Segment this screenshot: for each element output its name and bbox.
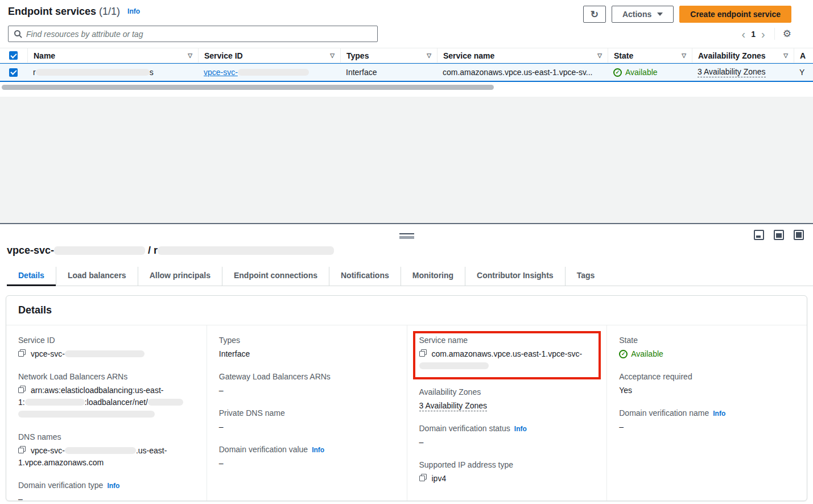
info-link[interactable]: Info: [107, 482, 119, 490]
field-value: –: [619, 421, 795, 433]
field-label: Types: [219, 336, 395, 345]
availability-zones-link[interactable]: 3 Availability Zones: [698, 67, 766, 77]
field-value: ipv4: [432, 474, 447, 483]
field-value: Interface: [219, 348, 395, 360]
panel-title-prefix: vpce-svc-: [7, 245, 54, 256]
tab-notifications[interactable]: Notifications: [329, 267, 401, 286]
horizontal-scrollbar[interactable]: [2, 85, 494, 90]
sort-icon[interactable]: ▽: [597, 52, 602, 59]
copy-icon[interactable]: [419, 474, 427, 481]
tab-load-balancers[interactable]: Load balancers: [56, 267, 138, 286]
create-endpoint-service-button[interactable]: Create endpoint service: [679, 6, 791, 23]
check-circle-icon: ✓: [613, 68, 622, 77]
details-column-3: Service name com.amazonaws.vpce.us-east-…: [407, 325, 607, 501]
field-value: –: [219, 385, 395, 396]
field-label: Availability Zones: [419, 387, 595, 396]
redacted-title-name: [158, 246, 334, 255]
column-label: A: [800, 51, 806, 60]
tab-tags[interactable]: Tags: [566, 267, 606, 286]
column-header-service-name[interactable]: Service name▽: [437, 48, 608, 63]
search-input[interactable]: [26, 30, 372, 39]
table-row[interactable]: rs vpce-svc- Interface com.amazonaws.vpc…: [0, 63, 813, 82]
copy-icon[interactable]: [18, 386, 26, 393]
row-select-cell: [0, 64, 27, 81]
panel-title-separator: /: [148, 245, 151, 256]
sort-icon[interactable]: ▽: [783, 52, 788, 59]
next-page-button[interactable]: ›: [758, 28, 769, 40]
details-column-1: Service ID vpce-svc- Network Load Balanc…: [6, 325, 207, 501]
split-panel-drag-handle[interactable]: [399, 233, 414, 239]
panel-size-large-icon[interactable]: [794, 230, 804, 240]
select-all-checkbox[interactable]: [9, 51, 18, 60]
copy-icon[interactable]: [419, 349, 427, 357]
panel-size-medium-icon[interactable]: [774, 230, 784, 240]
sort-icon[interactable]: ▽: [427, 52, 431, 59]
refresh-icon: ↻: [591, 9, 599, 20]
select-all-cell: [0, 48, 27, 63]
pagination: ‹ 1 › ⚙: [738, 28, 791, 40]
split-panel: vpce-svc- / r Details Load balancers All…: [0, 223, 813, 504]
copy-icon[interactable]: [18, 446, 26, 453]
column-header-service-id[interactable]: Service ID▽: [198, 48, 340, 63]
service-id-value: vpce-svc-: [31, 349, 65, 358]
column-header-acceptance-cut[interactable]: A: [794, 48, 813, 63]
copy-icon[interactable]: [18, 349, 26, 357]
redacted-service-id: [238, 69, 309, 76]
column-header-types[interactable]: Types▽: [340, 48, 437, 63]
column-header-availability-zones[interactable]: Availability Zones▽: [692, 48, 794, 63]
previous-page-button[interactable]: ‹: [738, 28, 749, 40]
tab-allow-principals[interactable]: Allow principals: [138, 267, 222, 286]
field-supported-ip-type: Supported IP address type ipv4: [419, 460, 595, 485]
redacted-lb-name: [148, 399, 183, 406]
field-private-dns-name: Private DNS name –: [219, 408, 395, 433]
row-service-name-cell: com.amazonaws.vpce.us-east-1.vpce-sv...: [437, 64, 608, 81]
redacted-dns: [65, 447, 136, 454]
details-column-4: State ✓Available Acceptance required Yes…: [606, 325, 807, 501]
tab-monitoring[interactable]: Monitoring: [401, 267, 465, 286]
field-service-id: Service ID vpce-svc-: [18, 336, 195, 360]
sort-icon[interactable]: ▽: [330, 52, 335, 59]
row-availability-zones-cell: 3 Availability Zones: [692, 64, 794, 81]
field-label: Supported IP address type: [419, 460, 595, 469]
actions-button[interactable]: Actions: [612, 6, 674, 23]
field-nlb-arns: Network Load Balancers ARNs arn:aws:elas…: [18, 372, 195, 420]
details-column-2: Types Interface Gateway Load Balancers A…: [207, 325, 407, 501]
availability-zones-link[interactable]: 3 Availability Zones: [419, 401, 488, 411]
field-value: –: [219, 421, 395, 433]
service-id-link[interactable]: vpce-svc-: [204, 68, 309, 77]
field-value: –: [419, 436, 595, 448]
tab-contributor-insights[interactable]: Contributor Insights: [465, 267, 566, 286]
sort-icon[interactable]: ▽: [188, 52, 192, 59]
name-text-end: s: [150, 68, 154, 77]
row-checkbox[interactable]: [9, 68, 18, 77]
field-domain-verification-value: Domain verification valueInfo –: [219, 445, 395, 469]
redacted-value: [419, 362, 489, 369]
page-number[interactable]: 1: [749, 30, 758, 39]
column-header-name[interactable]: Name▽: [27, 48, 198, 63]
redacted-name: [36, 69, 150, 76]
tab-endpoint-connections[interactable]: Endpoint connections: [222, 267, 329, 286]
create-button-label: Create endpoint service: [690, 10, 781, 19]
sort-icon[interactable]: ▽: [682, 52, 686, 59]
column-header-state[interactable]: State▽: [608, 48, 692, 63]
gear-icon[interactable]: ⚙: [783, 28, 791, 39]
table-settings: ⚙: [774, 28, 791, 40]
header-info-link[interactable]: Info: [127, 7, 140, 15]
refresh-button[interactable]: ↻: [583, 6, 606, 23]
tab-details[interactable]: Details: [7, 267, 56, 286]
field-glb-arns: Gateway Load Balancers ARNs –: [219, 372, 395, 396]
info-link[interactable]: Info: [312, 446, 324, 454]
field-acceptance-required: Acceptance required Yes: [619, 372, 795, 396]
search-icon: [14, 30, 22, 38]
info-link[interactable]: Info: [514, 425, 527, 433]
panel-size-small-icon[interactable]: [754, 230, 764, 240]
info-link[interactable]: Info: [713, 410, 725, 418]
page-header: Endpoint services (1/1) Info ↻ Actions C…: [0, 0, 813, 23]
field-label: Network Load Balancers ARNs: [18, 372, 195, 381]
field-label: Private DNS name: [219, 408, 395, 418]
highlight-box: Service name com.amazonaws.vpce.us-east-…: [413, 331, 601, 379]
split-panel-title: vpce-svc- / r: [7, 245, 806, 257]
search-box[interactable]: [8, 26, 378, 42]
nlb-arn-line2-pre: 1:: [18, 398, 25, 407]
name-text: r: [33, 68, 36, 77]
